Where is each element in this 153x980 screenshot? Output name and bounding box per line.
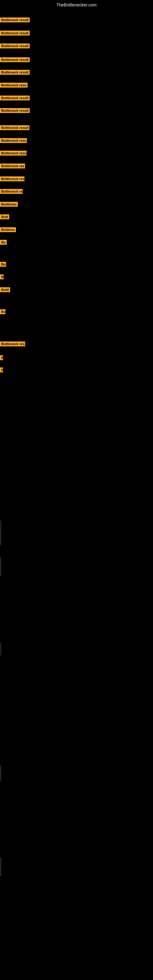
site-title: TheBottlenecker.com: [56, 2, 97, 7]
bottleneck-badge-14: Bottlenec: [0, 202, 18, 207]
bottleneck-badge-6: Bottleneck result: [0, 95, 30, 100]
bottleneck-badge-5: Bottleneck resu: [0, 83, 27, 88]
bottleneck-badge-17: Bo: [0, 240, 7, 245]
bottleneck-badge-13: Bottleneck re: [0, 189, 22, 194]
bottleneck-badge-11: Bottleneck res: [0, 164, 25, 169]
bottleneck-badge-8: Bottleneck result: [0, 125, 29, 130]
bottleneck-badge-0: Bottleneck result: [0, 18, 30, 22]
bottleneck-badge-21: Bo: [0, 309, 5, 314]
bottleneck-badge-10: Bottleneck resu: [0, 151, 27, 156]
bottleneck-badge-9: Bottleneck resu: [0, 138, 27, 143]
bottleneck-badge-23: B: [0, 355, 3, 360]
bottleneck-badge-15: Bott: [0, 215, 9, 219]
bottleneck-badge-20: Bottl: [0, 287, 10, 292]
bottleneck-badge-7: Bottleneck result: [0, 108, 30, 113]
bottleneck-badge-16: Bottlene: [0, 227, 16, 232]
bottleneck-badge-1: Bottleneck result: [0, 30, 30, 35]
bottleneck-badge-12: Bottleneck res: [0, 177, 24, 181]
bottleneck-badge-2: Bottleneck result: [0, 43, 30, 48]
bottleneck-badge-22: Bottleneck res: [0, 342, 25, 346]
bottleneck-badge-3: Bottleneck result: [0, 57, 30, 62]
bottleneck-badge-4: Bottleneck result: [0, 70, 30, 75]
bottleneck-badge-19: B: [0, 274, 4, 279]
bottleneck-badge-18: Bo: [0, 262, 6, 267]
bottleneck-badge-24: B: [0, 368, 3, 372]
